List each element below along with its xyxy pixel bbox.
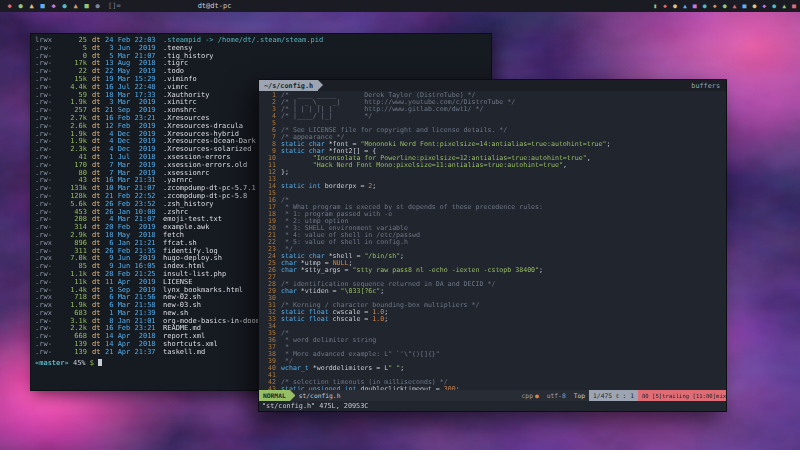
vim-mode-indicator: NORMAL	[259, 390, 290, 401]
encoding-indicator: utf-8	[543, 390, 570, 401]
code-line: 26char *stty_args = "stty raw pass8 nl -…	[259, 267, 726, 274]
code-line: 22 * 5: value of shell in config.h	[259, 239, 726, 246]
whitespace-warning-badge: 80 [5]trailing [11:80]mix-indent-file	[638, 390, 726, 401]
file-row: lrwx25dt24 Feb 22:03.steampid -> /home/d…	[35, 37, 487, 45]
terminal-cursor	[98, 359, 102, 366]
tray-icon-1[interactable]: ▮	[653, 0, 657, 12]
vim-statusline: NORMAL st/config.h cpp● utf-8 Top 1/475 …	[259, 390, 726, 401]
workspace-tag-4[interactable]: ■	[37, 0, 48, 12]
vim-cmdline: "st/config.h" 475L, 20953C	[259, 401, 726, 411]
code-line: 15	[259, 190, 726, 197]
code-line: 12};	[259, 169, 726, 176]
tray-icon-5[interactable]: ■	[693, 0, 697, 12]
file-row: .rw-0dt 5 Mar 21:07.tig_history	[35, 53, 487, 61]
statusline-spacer	[344, 390, 517, 401]
file-row: .rw-5dt 3 Jun 2019.teensy	[35, 45, 487, 53]
workspace-tag-5[interactable]: ◆	[48, 0, 59, 12]
code-line: 34	[259, 323, 726, 330]
workspace-tag-2[interactable]: ●	[15, 0, 26, 12]
tray-icon-14[interactable]: ▲	[782, 0, 786, 12]
tray-icon-9[interactable]: ▲	[733, 0, 737, 12]
tray-icon-10[interactable]: ■	[742, 0, 746, 12]
tray-icon-8[interactable]: ●	[723, 0, 727, 12]
top-bar: ◆●▲■◆●▲■● []= dt@dt-pc ▮◆●▲■●◆●▲■●◆●▲■	[0, 0, 800, 12]
workspace-tag-3[interactable]: ▲	[26, 0, 37, 12]
statusline-filename: st/config.h	[295, 390, 345, 401]
tray-icon-15[interactable]: ■	[792, 0, 796, 12]
file-row: .rw-17kdt13 Aug 2018.tigrc	[35, 60, 487, 68]
filetype-dot-icon: ●	[535, 392, 539, 399]
status-tray: ▮◆●▲■●◆●▲■●◆●▲■	[653, 0, 796, 12]
code-line: 38 * More advanced example: L" `'\"()[]{…	[259, 351, 726, 358]
workspace-tags: ◆●▲■◆●▲■●	[4, 0, 103, 12]
code-line: 4/* |____/ |_| */	[259, 113, 726, 120]
tray-icon-12[interactable]: ◆	[762, 0, 766, 12]
tray-icon-4[interactable]: ▲	[683, 0, 687, 12]
powerline-arrow-icon	[318, 80, 323, 90]
code-line: 14static int borderpx = 2;	[259, 183, 726, 190]
tray-icon-13[interactable]: ●	[772, 0, 776, 12]
scroll-indicator: Top	[570, 390, 589, 401]
window-title: dt@dt-pc	[198, 2, 232, 10]
layout-indicator: []=	[108, 2, 121, 10]
workspace-tag-8[interactable]: ■	[81, 0, 92, 12]
tray-icon-11[interactable]: ●	[752, 0, 756, 12]
terminal-window-vim[interactable]: ~/s/config.h buffers 1/* ____ _____ Dere…	[258, 79, 727, 412]
code-line: 40wchar_t *worddelimiters = L" ";	[259, 365, 726, 372]
code-area[interactable]: 1/* ____ _____ Derek Taylor (DistroTube)…	[259, 91, 726, 390]
code-line: 11 "Hack Nerd Font Mono:pixelsize=11:ant…	[259, 162, 726, 169]
tab-current-file[interactable]: ~/s/config.h	[259, 80, 318, 91]
workspace-tag-6[interactable]: ●	[59, 0, 70, 12]
tray-icon-6[interactable]: ●	[703, 0, 707, 12]
workspace-tag-7[interactable]: ▲	[70, 0, 81, 12]
cursor-position-indicator: 1/475 ℓ : 1	[589, 390, 638, 401]
workspace-tag-1[interactable]: ◆	[4, 0, 15, 12]
workspace-tag-9[interactable]: ●	[92, 0, 103, 12]
file-row: .rw-22dt22 May 2019.todo	[35, 68, 487, 76]
desktop: ◆●▲■◆●▲■● []= dt@dt-pc ▮◆●▲■●◆●▲■●◆●▲■ l…	[0, 0, 800, 450]
code-line: 33static float chscale = 1.0;	[259, 316, 726, 323]
code-line: 29char *vtiden = "\033[?6c";	[259, 288, 726, 295]
buffers-label: buffers	[685, 80, 726, 91]
vim-tabline: ~/s/config.h buffers	[259, 80, 726, 91]
tray-icon-2[interactable]: ◆	[663, 0, 667, 12]
tray-icon-7[interactable]: ◆	[713, 0, 717, 12]
code-line: 36 * word delimiter string	[259, 337, 726, 344]
tray-icon-3[interactable]: ●	[673, 0, 677, 12]
filetype-indicator: cpp●	[518, 390, 543, 401]
